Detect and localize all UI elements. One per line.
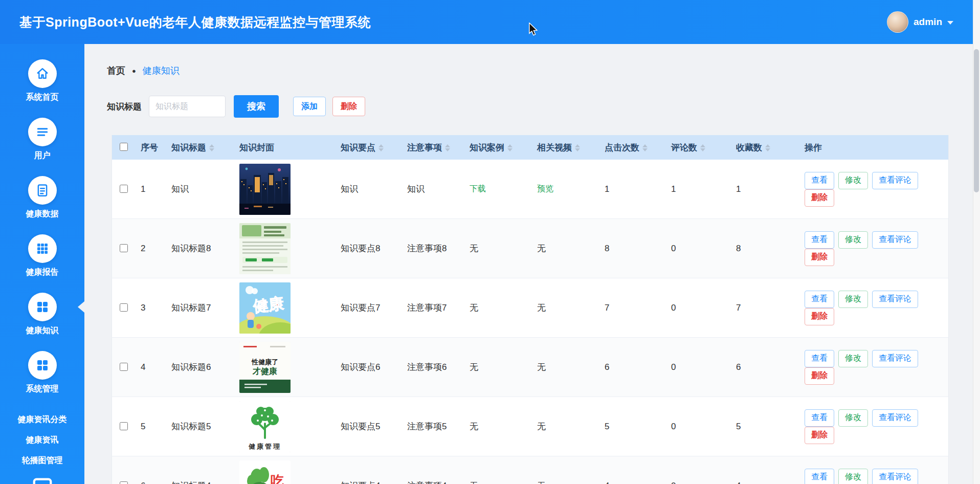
cover-image bbox=[239, 223, 291, 274]
edit-button[interactable]: 修改 bbox=[838, 172, 868, 189]
cell-title: 知识标题6 bbox=[165, 338, 233, 397]
cell-points: 知识要点5 bbox=[335, 397, 401, 456]
column-header-7[interactable]: 点击次数 bbox=[598, 135, 665, 160]
view-button[interactable]: 查看 bbox=[805, 469, 834, 484]
row-checkbox[interactable] bbox=[120, 363, 128, 371]
search-input[interactable] bbox=[149, 96, 226, 117]
column-label: 评论数 bbox=[671, 143, 697, 152]
main-content: 首页 ● 健康知识 知识标题 搜索 添加 删除 序号知识标题知识封面知识要点注意… bbox=[84, 44, 974, 484]
row-checkbox[interactable] bbox=[120, 244, 128, 252]
cover-image: 吃 bbox=[239, 460, 291, 484]
sidebar: 系统首页用户健康数据健康报告健康知识系统管理健康资讯分类健康资讯轮播图管理 bbox=[0, 44, 84, 484]
preview-link[interactable]: 预览 bbox=[537, 184, 553, 193]
edit-button[interactable]: 修改 bbox=[838, 409, 868, 427]
scrollbar-thumb[interactable] bbox=[974, 49, 979, 192]
sidebar-item-home[interactable]: 系统首页 bbox=[0, 59, 84, 102]
sort-icon[interactable] bbox=[575, 144, 580, 151]
row-checkbox[interactable] bbox=[120, 481, 128, 484]
sidebar-item-extra-panel[interactable] bbox=[0, 475, 84, 484]
column-header-1[interactable]: 知识标题 bbox=[165, 135, 233, 160]
sort-icon[interactable] bbox=[700, 144, 705, 151]
column-header-8[interactable]: 评论数 bbox=[665, 135, 730, 160]
breadcrumb-home[interactable]: 首页 bbox=[107, 64, 125, 77]
scrollbar[interactable] bbox=[973, 0, 980, 484]
view-comments-button[interactable]: 查看评论 bbox=[872, 469, 918, 484]
column-header-3[interactable]: 知识要点 bbox=[335, 135, 401, 160]
sidebar-item-health-knowledge[interactable]: 健康知识 bbox=[0, 293, 84, 336]
cell-video: 无 bbox=[531, 219, 598, 278]
view-comments-button[interactable]: 查看评论 bbox=[872, 350, 918, 367]
delete-row-button[interactable]: 删除 bbox=[805, 249, 834, 266]
row-checkbox[interactable] bbox=[120, 185, 128, 193]
select-all-checkbox[interactable] bbox=[120, 143, 128, 151]
view-button[interactable]: 查看 bbox=[805, 291, 834, 308]
cell-notes: 知识 bbox=[401, 160, 463, 219]
avatar[interactable] bbox=[887, 11, 908, 33]
view-button[interactable]: 查看 bbox=[805, 350, 834, 367]
cover-image: 健康 bbox=[239, 282, 291, 334]
cell-title: 知识标题5 bbox=[165, 397, 233, 456]
view-button[interactable]: 查看 bbox=[805, 231, 834, 249]
row-checkbox[interactable] bbox=[120, 422, 128, 430]
delete-row-button[interactable]: 删除 bbox=[805, 427, 834, 444]
download-link[interactable]: 下载 bbox=[470, 184, 486, 193]
sort-icon[interactable] bbox=[378, 144, 384, 151]
cell-text: 无 bbox=[537, 422, 546, 431]
search-button[interactable]: 搜索 bbox=[234, 95, 279, 118]
cell-points: 知识 bbox=[335, 160, 401, 219]
add-button[interactable]: 添加 bbox=[293, 97, 326, 116]
delete-row-button[interactable]: 删除 bbox=[805, 189, 834, 207]
column-label: 知识案例 bbox=[470, 143, 504, 152]
table-icon bbox=[28, 234, 57, 263]
svg-text:健康管理: 健康管理 bbox=[248, 443, 281, 450]
delete-row-button[interactable]: 删除 bbox=[805, 308, 834, 325]
column-header-6[interactable]: 相关视频 bbox=[531, 135, 598, 160]
sidebar-item-label: 系统首页 bbox=[26, 92, 59, 102]
cell-clicks: 1 bbox=[598, 160, 665, 219]
cell-comments: 0 bbox=[665, 278, 730, 338]
sort-icon[interactable] bbox=[642, 144, 648, 151]
edit-button[interactable]: 修改 bbox=[838, 291, 868, 308]
table-row: 1知识知识知识下载预览111查看修改查看评论删除 bbox=[112, 160, 948, 219]
view-comments-button[interactable]: 查看评论 bbox=[872, 231, 918, 249]
row-checkbox[interactable] bbox=[120, 303, 128, 312]
edit-button[interactable]: 修改 bbox=[838, 469, 868, 484]
sidebar-item-health-news[interactable]: 健康资讯 bbox=[0, 430, 84, 450]
view-comments-button[interactable]: 查看评论 bbox=[872, 291, 918, 308]
sidebar-item-health-data[interactable]: 健康数据 bbox=[0, 176, 84, 219]
sort-icon[interactable] bbox=[765, 144, 770, 151]
svg-text:才健康: 才健康 bbox=[252, 366, 277, 376]
sidebar-item-health-report[interactable]: 健康报告 bbox=[0, 234, 84, 277]
delete-button[interactable]: 删除 bbox=[332, 97, 365, 116]
delete-row-button[interactable]: 删除 bbox=[805, 367, 834, 385]
sort-icon[interactable] bbox=[209, 144, 214, 151]
column-label: 序号 bbox=[141, 143, 158, 152]
edit-button[interactable]: 修改 bbox=[838, 231, 868, 249]
sidebar-item-carousel-manage[interactable]: 轮播图管理 bbox=[0, 450, 84, 471]
column-header-4[interactable]: 注意事项 bbox=[401, 135, 463, 160]
sort-icon[interactable] bbox=[507, 144, 513, 151]
cell-case: 无 bbox=[463, 219, 531, 278]
cell-text: 无 bbox=[470, 303, 478, 313]
view-comments-button[interactable]: 查看评论 bbox=[872, 409, 918, 427]
edit-button[interactable]: 修改 bbox=[838, 350, 868, 367]
cell-favorites: 7 bbox=[730, 278, 798, 338]
menu-icon bbox=[28, 118, 57, 146]
sort-icon[interactable] bbox=[445, 144, 450, 151]
view-comments-button[interactable]: 查看评论 bbox=[872, 172, 918, 189]
view-button[interactable]: 查看 bbox=[805, 409, 834, 427]
column-header-9[interactable]: 收藏数 bbox=[730, 135, 798, 160]
cell-text: 无 bbox=[537, 303, 546, 313]
cell-points: 知识要点7 bbox=[335, 278, 401, 338]
table-row: 2知识标题8知识要点8注意事项8无无808查看修改查看评论删除 bbox=[112, 219, 948, 278]
sidebar-item-users[interactable]: 用户 bbox=[0, 118, 84, 161]
cell-text: 无 bbox=[537, 244, 546, 253]
sidebar-item-system-manage[interactable]: 系统管理 bbox=[0, 351, 84, 394]
view-button[interactable]: 查看 bbox=[805, 172, 834, 189]
cell-comments: 0 bbox=[665, 219, 730, 278]
column-header-5[interactable]: 知识案例 bbox=[463, 135, 531, 160]
cell-index: 5 bbox=[135, 397, 165, 456]
user-menu[interactable]: admin bbox=[887, 0, 953, 44]
cell-favorites: 6 bbox=[730, 338, 798, 397]
sidebar-item-health-news-category[interactable]: 健康资讯分类 bbox=[0, 409, 84, 430]
